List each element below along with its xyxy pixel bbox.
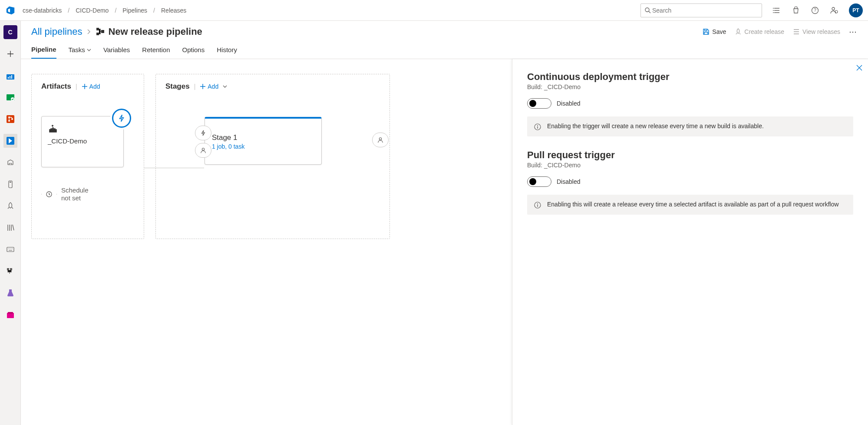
more-actions-button[interactable]: ⋯: [849, 27, 858, 37]
search-input[interactable]: [651, 7, 758, 14]
breadcrumb-area[interactable]: Pipelines: [122, 7, 147, 14]
project-tile[interactable]: C: [3, 25, 17, 39]
pre-deploy-trigger-button[interactable]: [195, 126, 211, 140]
search-box[interactable]: [640, 3, 762, 17]
tab-variables[interactable]: Variables: [103, 41, 130, 59]
stage-jobs-link[interactable]: 1 job, 0 task: [212, 143, 245, 150]
tab-options[interactable]: Options: [182, 41, 205, 59]
help-icon[interactable]: ?: [811, 6, 819, 15]
svg-point-3: [773, 10, 774, 11]
artifacts-title: Artifacts: [41, 82, 71, 91]
svg-rect-28: [96, 33, 99, 35]
add-stage-label: Add: [208, 83, 218, 90]
rocket-icon: [735, 28, 742, 35]
artifacts-icon[interactable]: [3, 308, 17, 322]
pr-info-box: Enabling this will create a release ever…: [527, 195, 853, 215]
boards-icon[interactable]: [3, 90, 17, 104]
post-deploy-conditions: [372, 133, 389, 147]
artifacts-zone: Artifacts | Add _CICD-Demo: [31, 74, 144, 239]
create-release-label: Create release: [744, 28, 784, 35]
overview-icon[interactable]: [3, 69, 17, 83]
pr-trigger-toggle[interactable]: [527, 176, 551, 187]
list-icon[interactable]: [772, 6, 781, 15]
pipelines-icon[interactable]: [3, 134, 17, 148]
cd-trigger-state: Disabled: [557, 100, 580, 107]
stage-card[interactable]: Stage 1 1 job, 0 task: [205, 117, 322, 165]
cd-trigger-badge[interactable]: [112, 109, 131, 128]
lightning-icon: [118, 114, 125, 122]
repos-icon[interactable]: [3, 112, 17, 126]
svg-rect-29: [101, 30, 104, 33]
rocket-icon[interactable]: [3, 199, 17, 213]
schedule-trigger[interactable]: Schedule not set: [41, 186, 134, 202]
add-stage-button[interactable]: Add: [200, 83, 218, 90]
create-release-button: Create release: [735, 28, 784, 35]
tab-history[interactable]: History: [217, 41, 237, 59]
svg-point-32: [202, 148, 204, 150]
close-icon: [856, 64, 863, 71]
svg-text:?: ?: [814, 8, 816, 13]
list-icon: [793, 28, 800, 35]
azure-devops-logo-icon[interactable]: [5, 5, 16, 16]
connector-line: [144, 168, 204, 168]
svg-point-7: [832, 7, 835, 10]
svg-point-2: [773, 8, 774, 9]
svg-rect-10: [8, 77, 9, 79]
testplans-icon[interactable]: [3, 177, 17, 191]
save-icon: [703, 28, 710, 35]
cd-trigger-subtitle: Build: _CICD-Demo: [527, 83, 853, 90]
pre-deploy-conditions: [195, 123, 211, 160]
svg-rect-21: [10, 182, 11, 183]
schedule-text: Schedule not set: [61, 186, 89, 202]
svg-rect-22: [7, 247, 14, 252]
library-icon[interactable]: [3, 221, 17, 235]
svg-rect-36: [537, 126, 538, 129]
post-deploy-approver-button[interactable]: [372, 133, 389, 147]
taskgroups-icon[interactable]: [3, 264, 17, 278]
svg-point-17: [8, 120, 10, 122]
breadcrumb-org[interactable]: cse-databricks: [23, 7, 62, 14]
close-panel-button[interactable]: [856, 64, 863, 71]
release-pipeline-icon: [96, 27, 105, 36]
cd-trigger-toggle[interactable]: [527, 98, 551, 109]
info-icon: [534, 202, 541, 209]
tab-pipeline[interactable]: Pipeline: [31, 41, 56, 59]
save-button[interactable]: Save: [703, 28, 726, 35]
stages-title: Stages: [165, 82, 190, 91]
add-icon[interactable]: [3, 47, 17, 61]
svg-point-0: [645, 8, 649, 12]
breadcrumb-sub[interactable]: Releases: [161, 7, 186, 14]
breadcrumb-project[interactable]: CICD-Demo: [76, 7, 109, 14]
view-releases-label: View releases: [802, 28, 840, 35]
breadcrumb-separator: /: [153, 7, 155, 14]
pr-trigger-title: Pull request trigger: [527, 149, 853, 161]
info-icon: [534, 123, 541, 130]
artifact-name: _CICD-Demo: [48, 137, 117, 145]
pr-info-text: Enabling this will create a release ever…: [547, 201, 839, 208]
pr-trigger-subtitle: Build: _CICD-Demo: [527, 162, 853, 169]
svg-rect-23: [7, 268, 9, 270]
save-label: Save: [712, 28, 726, 35]
svg-point-16: [8, 116, 10, 118]
marketplace-icon[interactable]: [792, 6, 800, 15]
top-icons: ? PT: [772, 3, 863, 17]
svg-rect-26: [8, 312, 13, 314]
beaker-icon[interactable]: [3, 286, 17, 300]
environments-icon[interactable]: [3, 156, 17, 169]
svg-rect-30: [50, 129, 56, 132]
clock-icon: [41, 186, 57, 202]
avatar[interactable]: PT: [849, 3, 863, 17]
artifact-card[interactable]: _CICD-Demo: [41, 116, 124, 167]
left-rail: C: [0, 21, 21, 425]
pre-deploy-approver-button[interactable]: [195, 143, 211, 158]
breadcrumb-separator: /: [68, 7, 69, 14]
add-artifact-button[interactable]: Add: [82, 83, 100, 90]
tab-tasks[interactable]: Tasks: [69, 41, 91, 59]
user-settings-icon[interactable]: [830, 6, 838, 15]
chevron-down-icon[interactable]: [223, 84, 227, 89]
page-subheader: All pipelines New release pipeline Save: [21, 21, 868, 37]
stage-name: Stage 1: [212, 133, 245, 142]
keyboard-icon[interactable]: [3, 242, 17, 256]
tab-retention[interactable]: Retention: [142, 41, 170, 59]
parent-link[interactable]: All pipelines: [31, 26, 82, 37]
